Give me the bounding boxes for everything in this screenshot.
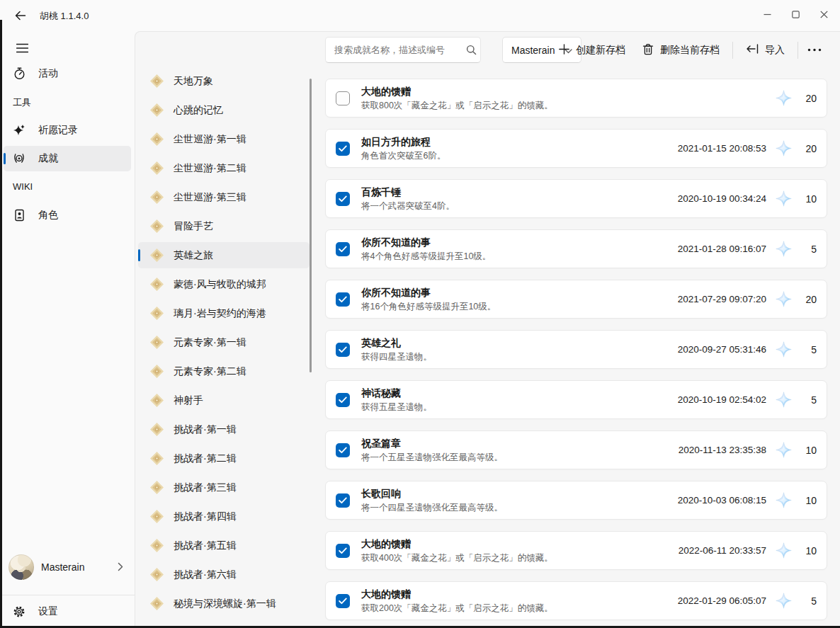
category-item[interactable]: 挑战者·第一辑 xyxy=(135,416,312,445)
category-item[interactable]: 挑战者·第五辑 xyxy=(135,532,312,561)
achievement-checkbox[interactable] xyxy=(336,393,350,407)
account-entry[interactable]: Masterain xyxy=(0,554,135,589)
category-item[interactable]: 尘世巡游·第一辑 xyxy=(135,126,312,154)
maximize-icon xyxy=(792,11,800,18)
achievement-date: 2020-09-27 05:31:46 xyxy=(678,344,766,355)
screen-edge-left xyxy=(0,20,2,628)
search-box xyxy=(325,37,481,63)
achievement-date: 2020-10-03 06:08:15 xyxy=(678,495,766,506)
selection-accent-bar xyxy=(138,249,140,261)
checkmark-icon xyxy=(339,246,347,253)
category-item[interactable]: 尘世巡游·第三辑 xyxy=(135,184,312,212)
category-item[interactable]: 元素专家·第一辑 xyxy=(135,329,312,358)
category-label: 元素专家·第二辑 xyxy=(174,365,246,378)
category-label: 冒险手艺 xyxy=(174,220,213,233)
primogem-icon xyxy=(776,542,792,559)
checkmark-icon xyxy=(339,145,347,152)
achievement-checkbox[interactable] xyxy=(336,242,350,256)
more-options-button[interactable] xyxy=(802,37,827,63)
close-button[interactable] xyxy=(810,0,838,28)
category-item[interactable]: 元素专家·第二辑 xyxy=(135,358,312,387)
achievement-row: 长歌回响 将一个四星圣遗物强化至最高等级。 2020-10-03 06:08:1… xyxy=(325,481,827,520)
achievement-reward-count: 5 xyxy=(800,244,817,255)
primogem-icon xyxy=(776,241,792,257)
achievement-checkbox[interactable] xyxy=(336,292,350,307)
category-item[interactable]: 挑战者·第六辑 xyxy=(135,561,312,590)
category-label: 挑战者·第三辑 xyxy=(174,481,237,494)
category-item[interactable]: 心跳的记忆 xyxy=(135,97,312,125)
sidebar-item-achievements[interactable]: 成就 xyxy=(4,146,131,171)
category-item[interactable]: 天地万象 xyxy=(135,68,312,96)
sidebar-item-wish-records[interactable]: 祈愿记录 xyxy=(4,118,131,143)
category-item[interactable]: 蒙德·风与牧歌的城邦 xyxy=(135,271,312,299)
category-item[interactable]: 神射手 xyxy=(135,387,312,416)
achievement-text: 大地的馈赠 获取200次「藏金之花」或「启示之花」的馈藏。 xyxy=(361,588,678,614)
achievement-checkbox[interactable] xyxy=(336,594,350,608)
activity-icon xyxy=(13,67,25,80)
achievement-date: 2021-01-15 20:08:53 xyxy=(678,143,766,154)
nav-toggle-button[interactable] xyxy=(9,37,35,59)
category-label: 挑战者·第二辑 xyxy=(174,452,237,465)
avatar xyxy=(8,554,34,580)
achievement-reward-count: 20 xyxy=(800,294,817,305)
achievement-checkbox[interactable] xyxy=(336,493,350,508)
back-arrow-icon xyxy=(14,10,26,21)
search-input[interactable] xyxy=(326,45,462,55)
chevron-right-icon xyxy=(118,561,123,574)
achievement-checkbox[interactable] xyxy=(336,142,350,156)
import-button[interactable]: 导入 xyxy=(737,37,793,63)
achievement-text: 英雄之礼 获得四星圣遗物。 xyxy=(361,337,678,362)
category-item[interactable]: 挑战者·第四辑 xyxy=(135,503,312,532)
checkmark-icon xyxy=(339,195,347,202)
category-item[interactable]: 尘世巡游·第二辑 xyxy=(135,155,312,183)
achievement-checkbox[interactable] xyxy=(336,544,350,558)
achievement-row: 大地的馈赠 获取800次「藏金之花」或「启示之花」的馈藏。 20 xyxy=(325,79,827,118)
achievement-title: 英雄之礼 xyxy=(361,337,678,349)
achievement-checkbox[interactable] xyxy=(336,192,350,206)
maximize-button[interactable] xyxy=(781,0,810,28)
primogem-icon xyxy=(776,341,792,358)
achievement-description: 获取800次「藏金之花」或「启示之花」的馈藏。 xyxy=(361,101,766,111)
category-label: 尘世巡游·第三辑 xyxy=(174,191,246,204)
achievement-text: 百炼千锤 将一个武器突破至4阶。 xyxy=(361,186,678,212)
primogem-icon xyxy=(776,140,792,156)
achievement-checkbox[interactable] xyxy=(336,91,350,105)
create-archive-button[interactable]: 创建新存档 xyxy=(550,37,634,63)
category-label: 挑战者·第五辑 xyxy=(174,539,237,552)
category-label: 神射手 xyxy=(174,394,203,407)
category-label: 璃月·岩与契约的海港 xyxy=(174,307,266,320)
achievement-checkbox[interactable] xyxy=(336,343,350,357)
sidebar-item-settings[interactable]: 设置 xyxy=(4,599,131,624)
gold-emblem-icon xyxy=(149,538,164,553)
category-scrollbar[interactable] xyxy=(310,79,312,372)
achievement-text: 大地的馈赠 获取800次「藏金之花」或「启示之花」的馈藏。 xyxy=(361,86,766,111)
gold-emblem-icon xyxy=(149,74,164,89)
achievement-text: 神话秘藏 获得五星圣遗物。 xyxy=(361,387,678,413)
checkmark-icon xyxy=(339,547,347,554)
achievement-date: 2020-10-19 02:54:02 xyxy=(678,394,766,405)
primogem-icon xyxy=(776,90,792,106)
category-label: 天地万象 xyxy=(174,75,213,88)
sidebar-item-characters[interactable]: 角色 xyxy=(4,202,131,228)
back-button[interactable] xyxy=(7,4,33,27)
achievement-text: 祝圣篇章 将一个五星圣遗物强化至最高等级。 xyxy=(361,438,679,463)
checkmark-icon xyxy=(339,447,347,454)
achievement-description: 将16个角色好感等级提升至10级。 xyxy=(361,302,678,312)
category-item[interactable]: 挑战者·第二辑 xyxy=(135,445,312,474)
sidebar-item-activity[interactable]: 活动 xyxy=(4,61,131,86)
achievement-reward-count: 5 xyxy=(800,595,817,607)
category-item[interactable]: 秘境与深境螺旋·第一辑 xyxy=(135,590,312,619)
gold-emblem-icon xyxy=(149,480,164,495)
gold-emblem-icon xyxy=(149,596,164,611)
category-item[interactable]: 挑战者·第三辑 xyxy=(135,474,312,503)
achievement-date: 2020-11-13 23:35:38 xyxy=(679,445,766,455)
category-item[interactable]: 英雄之旅 xyxy=(135,242,312,270)
delete-archive-button[interactable]: 删除当前存档 xyxy=(634,37,728,63)
achievement-row: 百炼千锤 将一个武器突破至4阶。 2020-10-19 00:34:24 10 xyxy=(325,179,827,218)
achievement-checkbox[interactable] xyxy=(336,443,350,457)
primogem-icon xyxy=(776,190,792,207)
minimize-button[interactable] xyxy=(753,0,781,28)
category-item[interactable]: 冒险手艺 xyxy=(135,213,312,241)
achievement-reward-count: 20 xyxy=(800,93,817,104)
category-item[interactable]: 璃月·岩与契约的海港 xyxy=(135,300,312,329)
